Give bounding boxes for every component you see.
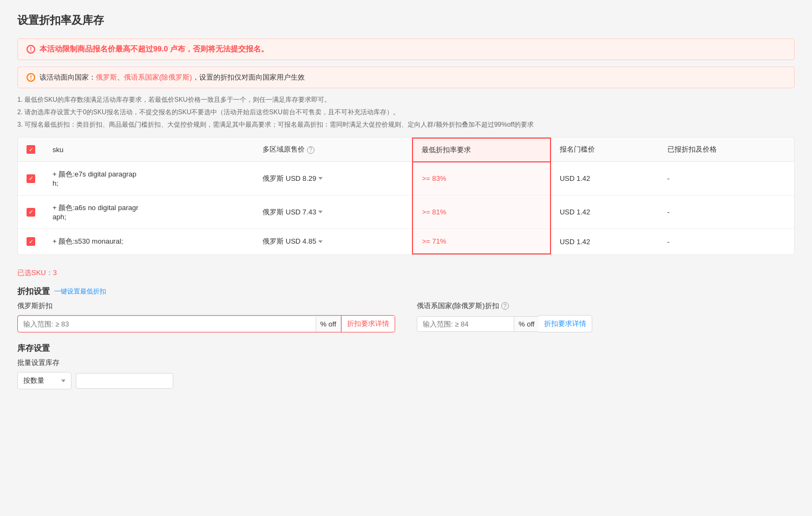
russian-lang-discount-group: 俄语系国家(除俄罗斯)折扣 ? % off 折扣要求详情 <box>417 301 795 332</box>
row2-price: 俄罗斯 USD 7.43 <box>254 195 412 229</box>
russian-lang-info-icon[interactable]: ? <box>501 302 509 310</box>
row2-checkbox[interactable] <box>27 208 35 217</box>
row1-price-arrow[interactable] <box>318 177 323 180</box>
row1-checkbox-cell[interactable] <box>18 162 44 195</box>
link-russia-lang[interactable]: 俄语系国家(除俄罗斯) <box>124 73 192 81</box>
russia-discount-unit: % off <box>316 317 341 331</box>
th-sku: sku <box>44 138 254 162</box>
quick-set-button[interactable]: 一键设置最低折扣 <box>54 287 106 296</box>
row1-checkbox[interactable] <box>27 174 35 183</box>
russian-lang-discount-detail-btn[interactable]: 折扣要求详情 <box>539 315 592 332</box>
row3-threshold: USD 1.42 <box>551 229 659 254</box>
stock-settings-section: 库存设置 批量设置库存 按数量 <box>17 343 795 389</box>
russia-discount-title: 俄罗斯折扣 <box>17 301 395 311</box>
alert-country-text: 该活动面向国家：俄罗斯、俄语系国家(除俄罗斯)，设置的折扣仅对面向国家用户生效 <box>40 73 305 82</box>
selected-sku-count: 3 <box>53 269 57 277</box>
page-title: 设置折扣率及库存 <box>17 13 795 28</box>
row3-price-arrow[interactable] <box>318 240 323 243</box>
row3-checkbox-cell[interactable] <box>18 229 44 254</box>
row2-threshold: USD 1.42 <box>551 195 659 229</box>
table-row: + 颜色:a6s no digital paragraph; 俄罗斯 USD 7… <box>18 195 794 229</box>
row3-price: 俄罗斯 USD 4.85 <box>254 229 412 254</box>
stock-batch-title: 批量设置库存 <box>17 358 795 368</box>
header-checkbox[interactable] <box>27 145 35 154</box>
alert-price-limit: ! 本活动限制商品报名价最高不超过99.0 卢布，否则将无法提交报名。 <box>17 38 795 60</box>
price-info-icon[interactable]: ? <box>307 146 315 154</box>
th-threshold: 报名门槛价 <box>551 138 659 162</box>
selected-sku-label: 已选SKU：3 <box>17 268 795 278</box>
russian-lang-discount-unit: % off <box>514 316 539 332</box>
row3-registered: - <box>659 229 795 254</box>
stock-select-arrow-icon <box>61 380 66 382</box>
russian-lang-input-row: % off 折扣要求详情 <box>417 315 795 332</box>
row2-price-arrow[interactable] <box>318 211 323 213</box>
th-min-discount: 最低折扣率要求 <box>412 138 551 162</box>
alert-icon-warning: ! <box>27 45 35 54</box>
row3-min-discount: >= 71% <box>412 229 551 254</box>
discount-settings-title: 折扣设置 一键设置最低折扣 <box>17 286 795 297</box>
russia-discount-input[interactable] <box>18 317 316 331</box>
russia-discount-input-row: % off 折扣要求详情 <box>17 315 395 332</box>
stock-type-select[interactable]: 按数量 <box>17 372 71 389</box>
stock-settings-title: 库存设置 <box>17 343 795 354</box>
notice-item-3: 3. 可报名最低折扣：类目折扣、商品最低门槛折扣、大促控价规则，需满足其中最高要… <box>17 120 795 130</box>
notice-item-2: 2. 请勿选库存设置大于0的SKU报名活动，不提交报名的SKU不要选中（活动开始… <box>17 107 795 117</box>
th-price: 多区域原售价 ? <box>254 138 412 162</box>
row2-min-discount: >= 81% <box>412 195 551 229</box>
row1-sku: + 颜色:e7s digital paragraph; <box>44 162 254 195</box>
alert-icon-info: ! <box>27 73 35 82</box>
russian-lang-discount-title: 俄语系国家(除俄罗斯)折扣 ? <box>417 301 795 311</box>
stock-row: 按数量 <box>17 372 795 389</box>
row2-sku: + 颜色:a6s no digital paragraph; <box>44 195 254 229</box>
russia-discount-detail-btn[interactable]: 折扣要求详情 <box>341 316 395 332</box>
row1-price: 俄罗斯 USD 8.29 <box>254 162 412 195</box>
table-row: + 颜色:s530 monaural; 俄罗斯 USD 4.85 >= 71% … <box>18 229 794 254</box>
alert-country-info: ! 该活动面向国家：俄罗斯、俄语系国家(除俄罗斯)，设置的折扣仅对面向国家用户生… <box>17 67 795 88</box>
notice-list: 1. 最低价SKU的库存数须满足活动库存要求，若最低价SKU价格一致且多于一个，… <box>17 95 795 130</box>
row1-threshold: USD 1.42 <box>551 162 659 195</box>
row3-checkbox[interactable] <box>27 237 35 246</box>
th-registered: 已报折扣及价格 <box>659 138 795 162</box>
alert-price-limit-text: 本活动限制商品报名价最高不超过99.0 卢布，否则将无法提交报名。 <box>40 44 269 54</box>
russian-lang-discount-input[interactable] <box>417 316 514 332</box>
row1-min-discount: >= 83% <box>412 162 551 195</box>
discount-settings-section: 折扣设置 一键设置最低折扣 俄罗斯折扣 % off 折扣要求详情 俄语系国家(除… <box>17 286 795 332</box>
sku-table: sku 多区域原售价 ? 最低折扣率要求 报名门槛价 已报折扣及价格 + 颜色:… <box>17 137 795 256</box>
discount-row: 俄罗斯折扣 % off 折扣要求详情 俄语系国家(除俄罗斯)折扣 ? % off… <box>17 301 795 332</box>
link-russia[interactable]: 俄罗斯 <box>96 73 117 81</box>
notice-item-1: 1. 最低价SKU的库存数须满足活动库存要求，若最低价SKU价格一致且多于一个，… <box>17 95 795 105</box>
th-checkbox[interactable] <box>18 138 44 162</box>
row2-checkbox-cell[interactable] <box>18 195 44 229</box>
table-row: + 颜色:e7s digital paragraph; 俄罗斯 USD 8.29… <box>18 162 794 195</box>
row2-registered: - <box>659 195 795 229</box>
row1-registered: - <box>659 162 795 195</box>
row3-sku: + 颜色:s530 monaural; <box>44 229 254 254</box>
russia-discount-group: 俄罗斯折扣 % off 折扣要求详情 <box>17 301 395 332</box>
stock-quantity-input[interactable] <box>76 373 173 389</box>
